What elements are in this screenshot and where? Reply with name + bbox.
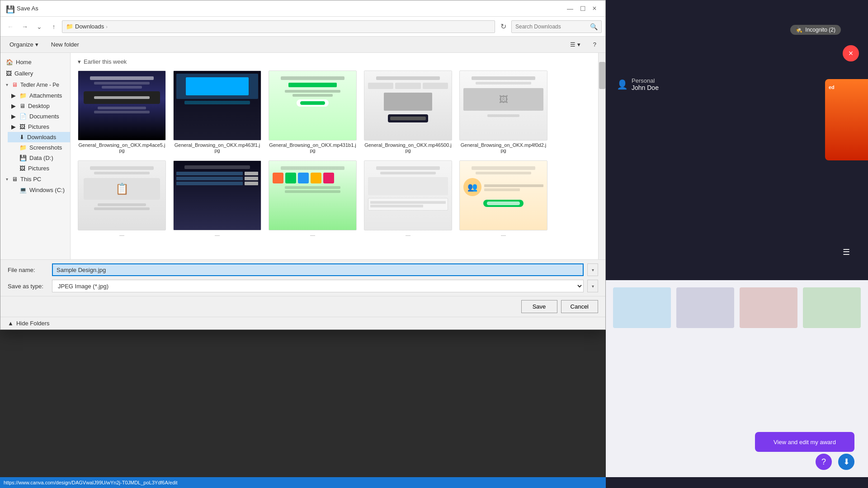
- file-name-9: —: [406, 232, 410, 238]
- thispc-label: This PC: [20, 176, 41, 183]
- title-bar: 💾 Save As — ☐ ×: [0, 0, 605, 17]
- search-input[interactable]: [515, 23, 588, 30]
- file-thumb-5: 🖼: [459, 70, 547, 141]
- file-item-1[interactable]: General_Browsing_on_OKX.mp4ace5.jpg: [78, 70, 166, 153]
- file-item-4[interactable]: General_Browsing_on_OKX.mp46500.jpg: [364, 70, 452, 153]
- sidebar-item-tedler[interactable]: ▾ 🖥 Tedler Arne - Pe: [0, 79, 70, 90]
- sidebar-item-thispc[interactable]: ▾ 🖥 This PC: [0, 174, 70, 185]
- hide-folders-label: Hide Folders: [16, 320, 50, 327]
- orange-text: ed: [829, 84, 864, 90]
- file-item-9[interactable]: —: [364, 160, 452, 238]
- view-toggle-button[interactable]: ☰ ▾: [566, 39, 584, 50]
- file-item-7[interactable]: —: [173, 160, 261, 238]
- close-button[interactable]: ×: [589, 3, 600, 14]
- sidebar-item-downloads[interactable]: ⬇ Downloads: [8, 132, 70, 142]
- sidebar-item-home[interactable]: 🏠 Home: [0, 56, 70, 68]
- scrollbar[interactable]: [598, 53, 605, 259]
- minimize-button[interactable]: —: [564, 2, 576, 15]
- forward-button[interactable]: →: [19, 20, 31, 33]
- file-thumb-4: [364, 70, 452, 141]
- thumb-company: [676, 287, 734, 328]
- incognito-label: Incognito (2): [805, 27, 835, 33]
- breadcrumb-arrow: ›: [106, 24, 108, 29]
- dropdown-button[interactable]: ⌄: [33, 20, 46, 33]
- thumb-image-5: 🖼: [460, 71, 547, 140]
- file-thumb-6: 📋: [78, 160, 166, 230]
- sidebar-item-documents[interactable]: ▶ 📄 Documents: [8, 111, 70, 122]
- thumb-image-6: 📋: [78, 161, 165, 230]
- back-button[interactable]: ←: [4, 20, 17, 33]
- file-item-5[interactable]: 🖼 General_Browsing_on_OKX.mp4f0d2.jpg: [459, 70, 547, 153]
- sidebar-item-gallery[interactable]: 🖼 Gallery: [0, 68, 70, 79]
- thumb-image-10: 👥: [460, 161, 547, 230]
- filename-input[interactable]: [52, 263, 584, 276]
- tedler-icon: 🖥: [12, 81, 18, 88]
- sidebar-item-pictures[interactable]: ▶ 🖼 Pictures: [8, 122, 70, 132]
- file-thumb-7: [173, 160, 261, 230]
- file-thumb-9: [364, 160, 452, 230]
- file-item-2[interactable]: General_Browsing_on_OKX.mp463f1.jpg: [173, 70, 261, 153]
- file-item-6[interactable]: 📋 —: [78, 160, 166, 238]
- organize-label: Organize: [9, 41, 33, 48]
- tedler-label: Tedler Arne - Pe: [20, 82, 59, 88]
- file-thumb-8: [269, 160, 357, 230]
- thumb-image-1: [78, 71, 165, 140]
- sidebar-item-pictures2[interactable]: 🖼 Pictures: [8, 163, 70, 174]
- sidebar-item-desktop[interactable]: ▶ 🖥 Desktop: [8, 101, 70, 111]
- thispc-expand-icon: ▾: [6, 177, 8, 182]
- orange-accent-block: ed: [825, 79, 868, 160]
- screenshots-icon: 📁: [19, 144, 27, 151]
- gallery-icon: 🖼: [6, 70, 12, 77]
- view-edit-award-button[interactable]: View and edit my award: [755, 432, 854, 452]
- help-button[interactable]: ?: [590, 39, 600, 50]
- refresh-button[interactable]: ↻: [497, 20, 509, 33]
- thumb-sample: [803, 287, 861, 328]
- saveastype-label: Save as type:: [8, 283, 48, 290]
- up-button[interactable]: ↑: [47, 20, 60, 33]
- personal-name: John Doe: [632, 84, 659, 91]
- bottom-bar: File name: ▾ Save as type: JPEG Image (*…: [0, 259, 605, 296]
- filename-dropdown[interactable]: ▾: [587, 263, 598, 276]
- section-header-earlier[interactable]: ▾ Earlier this week: [78, 58, 591, 65]
- screenshots-label: Screenshots: [29, 144, 62, 151]
- personal-header: 👤 Personal John Doe ▾: [617, 77, 857, 91]
- sidebar-item-data-d[interactable]: 💾 Data (D:): [8, 153, 70, 163]
- thumbnail-row: [613, 287, 861, 328]
- desktop-icon: 🖥: [19, 103, 25, 109]
- sidebar-item-attachments[interactable]: ▶ 📁 Attachments: [8, 90, 70, 101]
- sidebar-group-thispc: 💻 Windows (C:): [0, 185, 70, 195]
- person-icon: 👤: [617, 79, 628, 90]
- help-button-browser[interactable]: ?: [816, 454, 832, 470]
- filetype-dropdown[interactable]: ▾: [587, 280, 598, 292]
- cancel-button[interactable]: Cancel: [561, 300, 598, 313]
- datad-icon: 💾: [19, 155, 27, 161]
- thumb-image-3: [269, 71, 356, 140]
- file-item-10[interactable]: 👥: [459, 160, 547, 238]
- downloads-icon: ⬇: [19, 134, 24, 141]
- file-thumb-3: [269, 70, 357, 141]
- file-item-3[interactable]: General_Browsing_on_OKX.mp431b1.jpg: [269, 70, 357, 153]
- close-incognito-button[interactable]: ×: [843, 45, 859, 61]
- new-folder-button[interactable]: New folder: [47, 39, 83, 50]
- hide-folders-bar[interactable]: ▲ Hide Folders: [0, 317, 605, 329]
- breadcrumb-icon: 📁: [66, 23, 73, 30]
- filetype-select[interactable]: JPEG Image (*.jpg) PNG Image (*.png) GIF…: [52, 280, 584, 292]
- file-item-8[interactable]: —: [269, 160, 357, 238]
- sidebar-item-screenshots[interactable]: 📁 Screenshots: [8, 142, 70, 153]
- sidebar-item-windows[interactable]: 💻 Windows (C:): [8, 185, 70, 195]
- file-grid-row1: General_Browsing_on_OKX.mp4ace5.jpg: [78, 70, 591, 153]
- organize-button[interactable]: Organize ▾: [6, 39, 42, 50]
- incognito-badge: 🕵 Incognito (2): [790, 25, 841, 35]
- file-area: ▾ Earlier this week: [71, 53, 598, 259]
- maximize-button[interactable]: ☐: [576, 2, 589, 15]
- file-name-2: General_Browsing_on_OKX.mp463f1.jpg: [173, 142, 261, 153]
- list-view-button[interactable]: ☰: [838, 244, 854, 260]
- save-button[interactable]: Save: [521, 300, 557, 313]
- breadcrumb[interactable]: 📁 Downloads ›: [62, 20, 495, 33]
- personal-info: Personal John Doe: [632, 77, 659, 91]
- view-chevron: ▾: [577, 41, 580, 48]
- windows-icon: 💻: [19, 187, 27, 193]
- scrollbar-thumb[interactable]: [599, 62, 605, 89]
- download-button[interactable]: ⬇: [838, 454, 854, 470]
- expand-icon: ▾: [6, 82, 8, 87]
